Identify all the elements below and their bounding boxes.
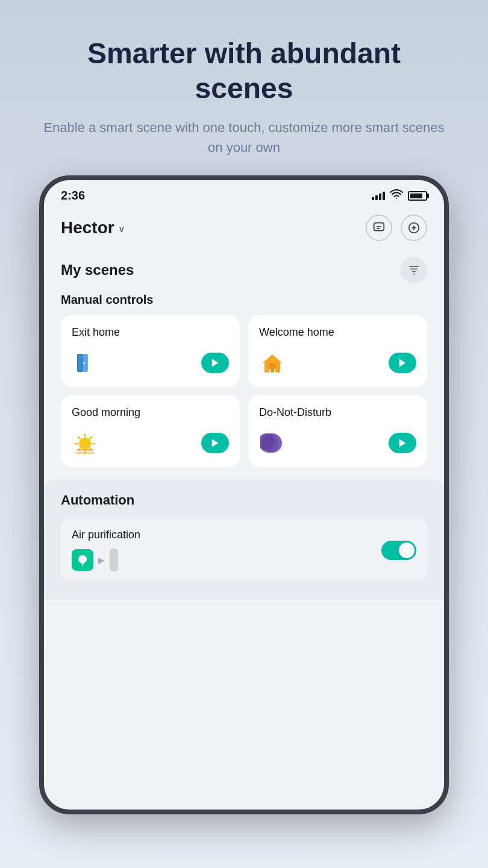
message-icon	[372, 221, 386, 234]
svg-rect-10	[269, 363, 276, 369]
scene-footer-good-morning	[72, 430, 229, 456]
svg-point-11	[79, 438, 91, 450]
arrow-icon: ▶	[98, 555, 105, 565]
chevron-down-icon: ∨	[118, 223, 125, 234]
dnd-icon	[259, 430, 286, 456]
scene-footer-dnd	[259, 430, 416, 456]
automation-devices: ▶	[72, 549, 140, 571]
run-exit-home-button[interactable]	[201, 353, 229, 373]
home-selector[interactable]: Hector ∨	[61, 218, 125, 237]
scene-name-exit-home: Exit home	[72, 326, 229, 339]
svg-line-16	[78, 437, 80, 439]
run-good-morning-button[interactable]	[201, 433, 229, 453]
signal-bar-1	[372, 197, 374, 200]
exit-home-icon	[72, 350, 98, 376]
hero-subtitle: Enable a smart scene with one touch, cus…	[36, 118, 452, 157]
message-button[interactable]	[366, 215, 392, 241]
automation-title: Automation	[61, 492, 427, 508]
svg-rect-20	[77, 449, 93, 451]
battery-icon	[408, 191, 427, 201]
scene-card-dnd[interactable]: Do-Not-Disturb	[248, 395, 427, 467]
status-icons	[372, 189, 427, 202]
scenes-title: My scenes	[61, 262, 134, 278]
svg-rect-7	[83, 362, 85, 364]
hero-section: Smarter with abundant scenes Enable a sm…	[0, 0, 488, 175]
wifi-icon	[390, 189, 403, 202]
scene-footer-welcome-home	[259, 350, 416, 376]
scene-card-good-morning[interactable]: Good morning	[61, 395, 240, 467]
filter-button[interactable]	[401, 257, 427, 283]
automation-item-air-purification[interactable]: Air purification ▶	[61, 519, 427, 581]
header-icons	[366, 215, 427, 241]
filter-icon	[408, 264, 420, 276]
signal-bar-4	[383, 192, 385, 200]
battery-fill	[410, 193, 422, 198]
run-welcome-home-button[interactable]	[389, 353, 416, 373]
status-time: 2:36	[61, 189, 85, 203]
scene-card-welcome-home[interactable]: Welcome home	[248, 315, 427, 387]
svg-rect-6	[78, 355, 81, 371]
svg-line-19	[90, 437, 92, 439]
app-header: Hector ∨	[44, 209, 444, 251]
purifier-icon	[110, 549, 118, 571]
toggle-knob	[399, 542, 414, 558]
add-icon	[407, 221, 421, 234]
scene-name-welcome-home: Welcome home	[259, 326, 416, 339]
svg-rect-21	[75, 452, 95, 454]
automation-section: Automation Air purification ▶	[44, 479, 444, 600]
content-area: My scenes Manual controls Exit home	[44, 251, 444, 467]
scene-card-exit-home[interactable]: Exit home	[61, 315, 240, 387]
manual-controls-title: Manual controls	[56, 293, 432, 307]
run-dnd-button[interactable]	[389, 433, 416, 453]
signal-bar-2	[375, 195, 378, 200]
scene-name-good-morning: Good morning	[72, 406, 229, 419]
signal-bars-icon	[372, 192, 385, 200]
phone-frame: 2:36 Hector ∨	[39, 175, 449, 814]
automation-item-name: Air purification	[72, 529, 140, 541]
scenes-grid: Exit home	[56, 315, 432, 467]
home-name: Hector	[61, 218, 114, 237]
automation-item-left: Air purification ▶	[72, 529, 140, 571]
good-morning-icon	[72, 430, 98, 456]
status-bar: 2:36	[44, 180, 444, 209]
signal-bar-3	[379, 193, 381, 200]
scene-name-dnd: Do-Not-Disturb	[259, 406, 416, 419]
scenes-section-header: My scenes	[56, 257, 432, 283]
welcome-home-icon	[259, 350, 286, 376]
add-button[interactable]	[401, 215, 427, 241]
svg-point-0	[396, 198, 397, 199]
hero-title: Smarter with abundant scenes	[36, 36, 452, 105]
automation-toggle[interactable]	[381, 541, 416, 560]
scene-footer-exit-home	[72, 350, 229, 376]
device-icon-leaf	[72, 549, 93, 571]
